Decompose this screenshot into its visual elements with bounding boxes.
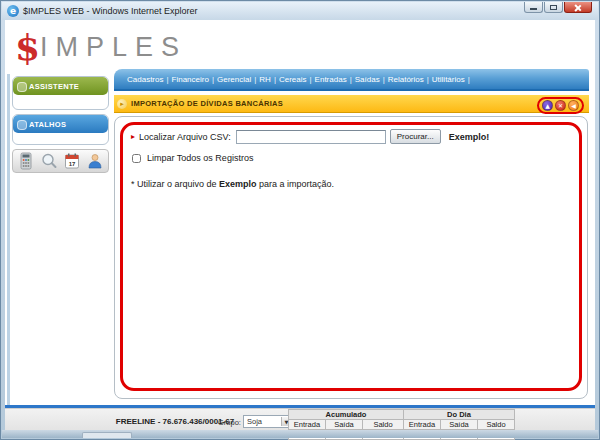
main-content-panel: ▸ Localizar Arquivo CSV: Procurar... Exe… <box>114 116 588 399</box>
group-value: Soja <box>247 417 262 426</box>
menu-saidas[interactable]: Saídas <box>355 75 380 84</box>
menu-relatorios[interactable]: Relatórios <box>388 75 424 84</box>
browser-window: e $IMPLES WEB - Windows Internet Explore… <box>0 0 600 440</box>
acumulado-title: Acumulado <box>289 410 404 420</box>
file-row: ▸ Localizar Arquivo CSV: Procurar... Exe… <box>131 129 571 144</box>
minimize-button[interactable] <box>524 2 543 13</box>
note-row: * Utilizar o arquivo de Exemplo para a i… <box>131 179 571 189</box>
status-bar: FREELINE - 76.676.436/0001-67 Grupo: Soj… <box>5 408 595 432</box>
menu-gerencial[interactable]: Gerencial <box>217 75 251 84</box>
logo-text: IMPLES <box>40 32 187 62</box>
sidebar-edge <box>7 74 10 423</box>
clear-row: Limpar Todos os Registros <box>131 153 571 163</box>
up-button[interactable]: ▲ <box>542 100 553 111</box>
sidebar-toolbar: 17 <box>12 149 109 173</box>
note-prefix: * Utilizar o arquivo de <box>131 179 219 189</box>
header-bullet-icon: ▸ <box>117 99 127 109</box>
minimize-icon <box>530 8 537 10</box>
main-menubar: Cadastros| Financeiro| Gerencial| RH| Ce… <box>114 69 589 91</box>
page-header-bar: ▸ IMPORTAÇÃO DE DÍVIDAS BANCÁRIAS ▲ ✕ ◀ <box>114 95 589 113</box>
calendar-day: 17 <box>69 161 76 167</box>
assistente-panel: ASSISTENTE <box>12 76 109 110</box>
panel-close-button[interactable]: ✕ <box>555 100 566 111</box>
field-bullet-icon: ▸ <box>131 132 135 141</box>
internet-explorer-icon: e <box>7 5 19 17</box>
csv-file-input[interactable] <box>236 130 386 144</box>
header-actions-annotation: ▲ ✕ ◀ <box>537 97 584 114</box>
calculator-icon[interactable] <box>17 152 35 170</box>
menu-utilitarios[interactable]: Utilitários <box>432 75 465 84</box>
close-button[interactable] <box>564 2 592 13</box>
window-titlebar[interactable]: e $IMPLES WEB - Windows Internet Explore… <box>2 2 598 20</box>
logo-dollar: $ <box>15 26 40 68</box>
dodia-title: Do Dia <box>404 410 515 420</box>
window-bottom-frame <box>2 430 598 438</box>
maximize-icon <box>550 5 557 10</box>
sidebar-item-assistente[interactable]: ASSISTENTE <box>13 77 108 95</box>
example-link[interactable]: Exemplo! <box>449 132 490 142</box>
window-title: $IMPLES WEB - Windows Internet Explorer <box>23 6 198 16</box>
sidebar-item-atalhos[interactable]: ATALHOS <box>13 115 108 133</box>
menu-entradas[interactable]: Entradas <box>315 75 347 84</box>
atalhos-panel: ATALHOS <box>12 114 109 145</box>
menu-financeiro[interactable]: Financeiro <box>172 75 209 84</box>
maximize-button[interactable] <box>544 2 563 13</box>
user-icon[interactable] <box>86 152 104 170</box>
sidebar: ASSISTENTE ATALHOS <box>7 74 111 173</box>
menu-rh[interactable]: RH <box>259 75 271 84</box>
note-bold: Exemplo <box>219 179 257 189</box>
search-icon[interactable] <box>40 152 58 170</box>
window-controls <box>523 2 592 13</box>
browse-button[interactable]: Procurar... <box>390 129 441 144</box>
back-button[interactable]: ◀ <box>568 100 579 111</box>
clear-records-checkbox[interactable] <box>132 154 141 163</box>
import-form: ▸ Localizar Arquivo CSV: Procurar... Exe… <box>131 129 571 189</box>
menu-cadastros[interactable]: Cadastros <box>127 75 163 84</box>
page-title: IMPORTAÇÃO DE DÍVIDAS BANCÁRIAS <box>131 99 283 108</box>
calendar-icon[interactable]: 17 <box>63 152 81 170</box>
group-select[interactable]: Soja ▼ <box>243 415 293 428</box>
app-logo: $IMPLES <box>15 26 187 66</box>
app-page: $IMPLES Cadastros| Financeiro| Gerencial… <box>5 20 595 432</box>
clear-records-label: Limpar Todos os Registros <box>147 153 253 163</box>
csv-file-label: Localizar Arquivo CSV: <box>139 132 231 142</box>
group-label: Grupo: <box>218 418 241 427</box>
note-suffix: para a importação. <box>257 179 335 189</box>
menu-cereais[interactable]: Cereais <box>279 75 307 84</box>
taskbar-fragment <box>82 432 132 438</box>
